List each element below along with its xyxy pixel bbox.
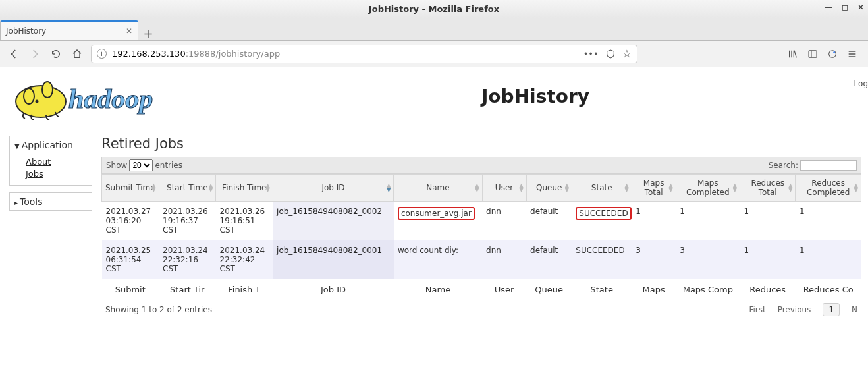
filter-cell[interactable]: Maps [632, 279, 676, 300]
sidebar-application-header[interactable]: ▼Application [10, 136, 92, 153]
window-controls: — ◻ ✕ [825, 3, 864, 12]
column-header[interactable]: Maps Total▲▼ [632, 175, 676, 202]
pager-previous[interactable]: Previous [778, 305, 811, 314]
svg-point-4 [16, 86, 66, 117]
svg-point-3 [833, 51, 835, 53]
filter-cell[interactable]: Reduces [740, 279, 796, 300]
table-cell: 2021.03.27 03:16:20 CST [102, 202, 159, 240]
back-button[interactable] [7, 47, 21, 61]
pager-next[interactable]: N [852, 305, 857, 314]
tab-label: JobHistory [6, 26, 46, 36]
table-cell: 1 [740, 240, 796, 279]
bookmark-star-icon[interactable]: ☆ [622, 47, 632, 60]
right-tools [788, 49, 861, 59]
library-icon[interactable] [788, 49, 798, 59]
table-header-row: Submit Time▲▼Start Time▲▼Finish Time▲▼Jo… [102, 175, 861, 202]
column-header[interactable]: User▲▼ [482, 175, 526, 202]
column-header[interactable]: Reduces Completed▲▼ [796, 175, 861, 202]
reader-icon[interactable] [605, 49, 616, 59]
filter-cell[interactable]: Finish T [216, 279, 273, 300]
table-cell: 2021.03.24 22:32:42 CST [216, 240, 273, 279]
filter-cell[interactable]: Job ID [273, 279, 394, 300]
table-cell: 1 [796, 240, 861, 279]
column-header[interactable]: Job ID▲▼ [273, 175, 394, 202]
table-cell: job_1615849408082_0002 [273, 202, 394, 240]
table-cell: 2021.03.26 19:16:51 CST [216, 202, 273, 240]
close-icon[interactable]: ✕ [857, 3, 864, 12]
column-header[interactable]: Maps Completed▲▼ [676, 175, 740, 202]
svg-point-6 [42, 82, 53, 98]
table-filter-row: SubmitStart TirFinish TJob IDNameUserQue… [102, 279, 861, 300]
page-title: JobHistory [209, 86, 861, 107]
table-cell: dnn [482, 202, 526, 240]
show-label: Show [106, 161, 127, 170]
filter-cell[interactable]: Start Tir [159, 279, 216, 300]
table-cell: SUCCEEDED [572, 202, 632, 240]
svg-point-7 [36, 100, 39, 103]
table-cell: 1 [676, 202, 740, 240]
table-row: 2021.03.25 06:31:54 CST2021.03.24 22:32:… [102, 240, 861, 279]
jobs-table: Submit Time▲▼Start Time▲▼Finish Time▲▼Jo… [101, 174, 861, 300]
filter-cell[interactable]: Name [394, 279, 482, 300]
extension-icon[interactable] [827, 49, 838, 59]
table-cell: 2021.03.25 06:31:54 CST [102, 240, 159, 279]
column-header[interactable]: Reduces Total▲▼ [740, 175, 796, 202]
pager-page-1[interactable]: 1 [823, 303, 840, 316]
sidebar-application: ▼Application About Jobs [9, 136, 92, 186]
table-cell: dnn [482, 240, 526, 279]
expand-arrow-icon: ▸ [14, 199, 18, 206]
table-cell: default [526, 202, 572, 240]
column-header[interactable]: Submit Time▲▼ [102, 175, 159, 202]
site-info-icon[interactable]: i [97, 49, 107, 59]
logged-in-label: Log [854, 79, 868, 88]
meatball-icon[interactable]: ••• [583, 49, 599, 59]
filter-cell[interactable]: Queue [526, 279, 572, 300]
tab-close-icon[interactable]: ✕ [126, 26, 132, 36]
filter-cell[interactable]: State [572, 279, 632, 300]
table-cell: 1 [632, 202, 676, 240]
main-content: Retired Jobs Show 20 entries Search: [101, 136, 861, 319]
table-cell: 1 [740, 202, 796, 240]
column-header[interactable]: Name▲▼ [394, 175, 482, 202]
table-cell: 3 [632, 240, 676, 279]
new-tab-button[interactable]: + [138, 26, 158, 40]
table-top-controls: Show 20 entries Search: [101, 157, 861, 174]
filter-cell[interactable]: Maps Comp [676, 279, 740, 300]
table-footer: Showing 1 to 2 of 2 entries First Previo… [101, 300, 861, 319]
filter-cell[interactable]: Reduces Co [796, 279, 861, 300]
entries-label: entries [155, 161, 182, 170]
hadoop-logo: hadoop [9, 72, 209, 120]
table-cell: word count diy: [394, 240, 482, 279]
job-id-link[interactable]: job_1615849408082_0001 [277, 246, 382, 255]
window-titlebar: JobHistory - Mozilla Firefox — ◻ ✕ [0, 0, 868, 18]
filter-cell[interactable]: Submit [102, 279, 159, 300]
pager-first[interactable]: First [749, 305, 765, 314]
table-cell: job_1615849408082_0001 [273, 240, 394, 279]
table-cell: 2021.03.24 22:32:16 CST [159, 240, 216, 279]
maximize-icon[interactable]: ◻ [842, 3, 848, 12]
url-rest: :19888/jobhistory/app [186, 49, 281, 59]
reload-button[interactable] [49, 47, 63, 61]
home-button[interactable] [70, 47, 84, 61]
table-cell: 3 [676, 240, 740, 279]
forward-button[interactable] [28, 47, 42, 61]
job-id-link[interactable]: job_1615849408082_0002 [277, 207, 382, 216]
sidebar-icon[interactable] [807, 49, 818, 59]
column-header[interactable]: Queue▲▼ [526, 175, 572, 202]
sidebar-item-about[interactable]: About [26, 156, 84, 168]
search-input[interactable] [800, 160, 857, 171]
filter-cell[interactable]: User [482, 279, 526, 300]
sidebar-item-jobs[interactable]: Jobs [26, 168, 84, 180]
column-header[interactable]: State▲▼ [572, 175, 632, 202]
table-cell: 2021.03.26 19:16:37 CST [159, 202, 216, 240]
sidebar: ▼Application About Jobs ▸Tools [9, 136, 92, 319]
browser-tab[interactable]: JobHistory ✕ [0, 20, 138, 40]
url-bar[interactable]: i 192.168.253.130:19888/jobhistory/app •… [91, 45, 637, 63]
svg-rect-0 [809, 50, 817, 57]
column-header[interactable]: Finish Time▲▼ [216, 175, 273, 202]
column-header[interactable]: Start Time▲▼ [159, 175, 216, 202]
sidebar-tools-header[interactable]: ▸Tools [10, 193, 92, 210]
page-size-select[interactable]: 20 [129, 159, 153, 171]
menu-icon[interactable] [847, 49, 857, 59]
minimize-icon[interactable]: — [825, 3, 832, 12]
